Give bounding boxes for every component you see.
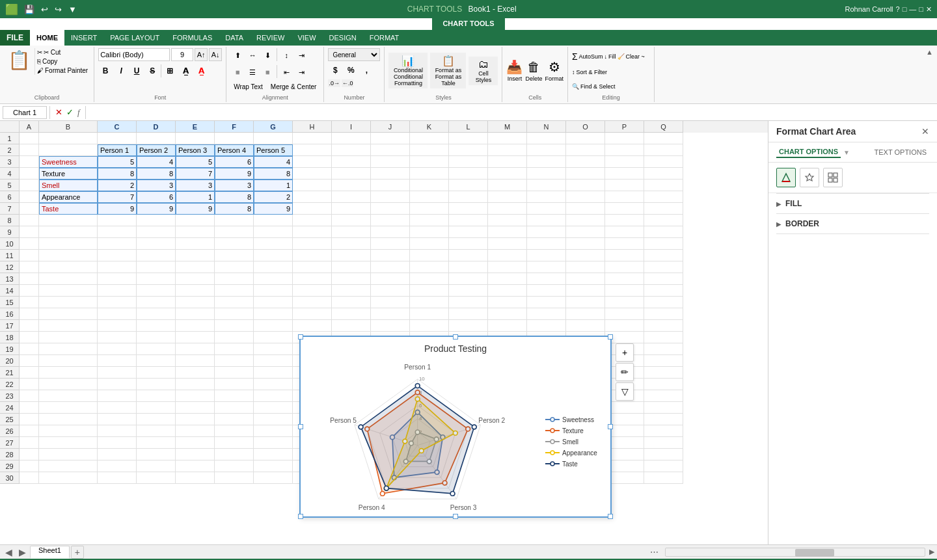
cell-C1[interactable] (98, 133, 137, 144)
cell-G20[interactable] (254, 355, 293, 367)
cell-K14[interactable] (410, 285, 449, 297)
align-left-button[interactable]: ≡ (230, 65, 245, 79)
cell-E17[interactable] (176, 320, 215, 332)
cell-D27[interactable] (137, 437, 176, 449)
resize-handle-br[interactable] (608, 514, 613, 519)
cell-A28[interactable] (20, 449, 39, 460)
cell-P14[interactable] (605, 285, 644, 297)
confirm-formula-btn[interactable]: ✓ (66, 107, 74, 118)
cell-N5[interactable] (527, 180, 566, 191)
h-scrollbar[interactable] (665, 548, 925, 557)
cell-C8[interactable] (98, 215, 137, 226)
cell-P15[interactable] (605, 297, 644, 308)
cell-F19[interactable] (215, 343, 254, 355)
cell-B24[interactable] (39, 402, 98, 414)
cell-A6[interactable] (20, 191, 39, 203)
resize-handle-tr[interactable] (608, 334, 613, 340)
col-header-j[interactable]: J (371, 121, 410, 133)
cell-A24[interactable] (20, 402, 39, 414)
cell-Q7[interactable] (644, 203, 683, 215)
cell-Q3[interactable] (644, 156, 683, 168)
cell-H16[interactable] (293, 308, 332, 320)
cell-P6[interactable] (605, 191, 644, 203)
cell-B6[interactable]: Appearance (39, 191, 98, 203)
tab-page-layout[interactable]: PAGE LAYOUT (103, 30, 166, 46)
cell-E10[interactable] (176, 238, 215, 250)
cell-H3[interactable] (293, 156, 332, 168)
col-header-k[interactable]: K (410, 121, 449, 133)
align-center-button[interactable]: ☰ (245, 65, 260, 79)
cell-A22[interactable] (20, 379, 39, 390)
col-header-d[interactable]: D (137, 121, 176, 133)
row-num-24[interactable]: 24 (0, 402, 20, 414)
insert-btn[interactable]: Insert (508, 75, 523, 82)
cell-Q16[interactable] (644, 308, 683, 320)
col-header-o[interactable]: O (566, 121, 605, 133)
cell-A10[interactable] (20, 238, 39, 250)
row-num-26[interactable]: 26 (0, 425, 20, 437)
cell-H11[interactable] (293, 250, 332, 261)
cell-G25[interactable] (254, 414, 293, 425)
ribbon-expand-btn[interactable]: ▲ (922, 47, 937, 102)
cell-G30[interactable] (254, 472, 293, 484)
cell-K7[interactable] (410, 203, 449, 215)
cell-C17[interactable] (98, 320, 137, 332)
cell-D28[interactable] (137, 449, 176, 460)
cell-Q10[interactable] (644, 238, 683, 250)
cell-B5[interactable]: Smell (39, 180, 98, 191)
cell-Q25[interactable] (644, 414, 683, 425)
cell-M8[interactable] (488, 215, 527, 226)
cell-O9[interactable] (566, 226, 605, 238)
cell-F10[interactable] (215, 238, 254, 250)
cell-E14[interactable] (176, 285, 215, 297)
cell-C24[interactable] (98, 402, 137, 414)
cell-J14[interactable] (371, 285, 410, 297)
currency-btn[interactable]: $ (328, 63, 342, 77)
sort-filter-btn[interactable]: ↕Sort & Filter (572, 69, 607, 75)
cell-Q20[interactable] (644, 355, 683, 367)
cell-A19[interactable] (20, 343, 39, 355)
cell-M15[interactable] (488, 297, 527, 308)
row-num-7[interactable]: 7 (0, 203, 20, 215)
cell-A3[interactable] (20, 156, 39, 168)
cell-C3[interactable]: 5 (98, 156, 137, 168)
row-num-12[interactable]: 12 (0, 261, 20, 273)
cell-A15[interactable] (20, 297, 39, 308)
cell-B30[interactable] (39, 472, 98, 484)
tab-home[interactable]: HOME (30, 30, 64, 46)
cell-L5[interactable] (449, 180, 488, 191)
cell-E13[interactable] (176, 273, 215, 285)
cell-E25[interactable] (176, 414, 215, 425)
tab-design[interactable]: DESIGN (323, 30, 363, 46)
cell-E5[interactable]: 3 (176, 180, 215, 191)
cell-D30[interactable] (137, 472, 176, 484)
cell-E24[interactable] (176, 402, 215, 414)
cell-Q13[interactable] (644, 273, 683, 285)
cell-C6[interactable]: 7 (98, 191, 137, 203)
row-num-1[interactable]: 1 (0, 133, 20, 144)
cell-B20[interactable] (39, 355, 98, 367)
cell-L7[interactable] (449, 203, 488, 215)
cell-I9[interactable] (332, 226, 371, 238)
cell-D23[interactable] (137, 390, 176, 402)
sheet-scroll-left-btn[interactable]: ◀ (3, 547, 15, 557)
cell-E23[interactable] (176, 390, 215, 402)
chart-overlay[interactable]: Product Testing Person 1Person 2Person 3… (299, 336, 612, 518)
col-header-a[interactable]: A (20, 121, 39, 133)
cell-A14[interactable] (20, 285, 39, 297)
cell-A2[interactable] (20, 144, 39, 156)
cell-D3[interactable]: 4 (137, 156, 176, 168)
cell-J13[interactable] (371, 273, 410, 285)
chart-options-tab[interactable]: CHART OPTIONS (776, 146, 841, 158)
tab-format[interactable]: FORMAT (363, 30, 406, 46)
cell-G7[interactable]: 9 (254, 203, 293, 215)
cell-O5[interactable] (566, 180, 605, 191)
cell-L15[interactable] (449, 297, 488, 308)
row-num-13[interactable]: 13 (0, 273, 20, 285)
cell-D14[interactable] (137, 285, 176, 297)
col-header-f[interactable]: F (215, 121, 254, 133)
cut-button[interactable]: ✂✂ Cut (35, 48, 90, 57)
cell-G11[interactable] (254, 250, 293, 261)
cell-E27[interactable] (176, 437, 215, 449)
cell-D7[interactable]: 9 (137, 203, 176, 215)
